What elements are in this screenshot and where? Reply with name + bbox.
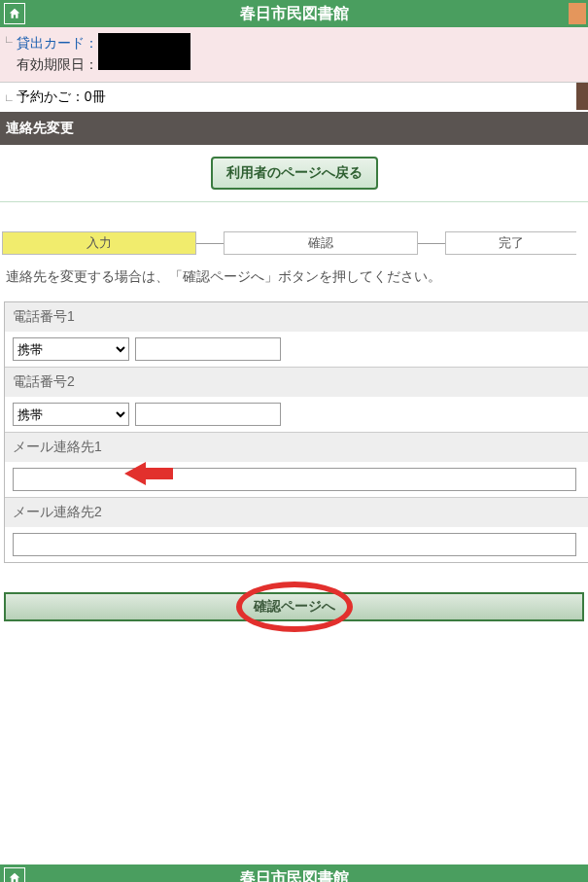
- home-icon[interactable]: [4, 867, 25, 882]
- basket-side-icon[interactable]: [576, 83, 588, 110]
- phone1-group: 電話番号1 携帯: [5, 302, 588, 368]
- section-title-bar: 連絡先変更: [0, 112, 588, 145]
- confirm-page-button[interactable]: 確認ページへ: [4, 592, 584, 621]
- section-title: 連絡先変更: [6, 120, 74, 135]
- step-indicator: 入力 確認 完了: [2, 231, 586, 255]
- footer-gap: [0, 621, 588, 864]
- expiry-label: 有効期限日：: [17, 56, 98, 74]
- basket-label: 予約かご：: [17, 88, 85, 106]
- email1-group: メール連絡先1: [5, 433, 588, 498]
- phone2-input[interactable]: [135, 403, 281, 426]
- confirm-button-wrap: 確認ページへ: [4, 592, 584, 621]
- step-connector: [418, 243, 445, 244]
- footer-title: 春日市民図書館: [240, 868, 349, 883]
- tree-mark-icon: ∟: [4, 33, 15, 45]
- phone2-label: 電話番号2: [5, 368, 588, 397]
- tree-mark-icon: ∟: [4, 91, 15, 103]
- loan-card-label: 貸出カード：: [17, 35, 98, 53]
- header-bar: 春日市民図書館: [0, 0, 588, 27]
- email1-label: メール連絡先1: [5, 433, 588, 462]
- footer-bar: 春日市民図書館: [0, 864, 588, 882]
- reservation-basket-row: ∟ 予約かご： 0冊: [0, 83, 588, 112]
- phone2-type-select[interactable]: 携帯: [13, 403, 129, 426]
- email2-group: メール連絡先2: [5, 498, 588, 562]
- basket-count: 0冊: [85, 88, 106, 106]
- email2-label: メール連絡先2: [5, 498, 588, 527]
- step-input: 入力: [2, 231, 196, 255]
- email1-input[interactable]: [13, 468, 576, 491]
- step-complete: 完了: [445, 231, 576, 255]
- phone1-input[interactable]: [135, 337, 281, 361]
- step-connector: [196, 243, 224, 244]
- phone1-label: 電話番号1: [5, 302, 588, 332]
- email2-input[interactable]: [13, 533, 576, 556]
- header-next-icon[interactable]: [569, 3, 586, 24]
- card-info-panel: ∟ 貸出カード： 有効期限日：: [0, 27, 588, 83]
- contact-form: 電話番号1 携帯 電話番号2 携帯 メール連絡先1 メール連絡先2: [4, 301, 588, 563]
- instruction-text: 連絡先を変更する場合は、「確認ページへ」ボタンを押してください。: [0, 266, 588, 301]
- back-to-user-page-button[interactable]: 利用者のページへ戻る: [211, 157, 378, 190]
- header-title: 春日市民図書館: [240, 4, 349, 24]
- phone1-type-select[interactable]: 携帯: [13, 337, 129, 361]
- phone2-group: 電話番号2 携帯: [5, 368, 588, 433]
- redacted-block: [98, 33, 190, 70]
- home-icon[interactable]: [4, 3, 25, 24]
- step-confirm: 確認: [224, 231, 418, 255]
- back-button-row: 利用者のページへ戻る: [0, 145, 588, 202]
